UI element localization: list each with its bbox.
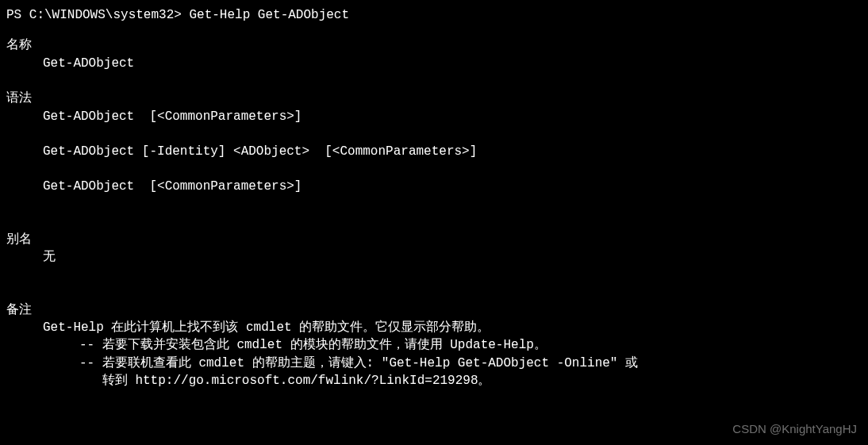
syntax-line: Get-ADObject [<CommonParameters>]	[6, 108, 862, 125]
blank-line	[6, 213, 862, 231]
section-name-header: 名称	[6, 36, 862, 54]
remarks-line: -- 若要下载并安装包含此 cmdlet 的模块的帮助文件，请使用 Update…	[6, 336, 862, 354]
blank-line	[6, 196, 862, 213]
section-alias-value: 无	[6, 248, 862, 266]
remarks-line: -- 若要联机查看此 cmdlet 的帮助主题，请键入: "Get-Help G…	[6, 355, 862, 372]
section-alias-header: 别名	[6, 231, 862, 248]
blank-line	[6, 72, 862, 90]
blank-line	[6, 284, 862, 301]
prompt-prefix: PS C:\WINDOWS\system32>	[6, 8, 189, 22]
remarks-line: Get-Help 在此计算机上找不到该 cmdlet 的帮助文件。它仅显示部分帮…	[6, 319, 862, 336]
syntax-line: Get-ADObject [<CommonParameters>]	[6, 178, 862, 195]
watermark: CSDN @KnightYangHJ	[732, 420, 857, 437]
blank-line	[6, 267, 862, 284]
section-syntax-header: 语法	[6, 90, 862, 107]
remarks-line: 转到 http://go.microsoft.com/fwlink/?LinkI…	[6, 372, 862, 389]
syntax-line: Get-ADObject [-Identity] <ADObject> [<Co…	[6, 143, 862, 160]
prompt-command: Get-Help Get-ADObject	[189, 8, 349, 22]
prompt-line[interactable]: PS C:\WINDOWS\system32> Get-Help Get-ADO…	[6, 6, 862, 24]
section-name-value: Get-ADObject	[6, 55, 862, 72]
section-remarks-header: 备注	[6, 301, 862, 319]
blank-line	[6, 160, 862, 178]
blank-line	[6, 125, 862, 143]
